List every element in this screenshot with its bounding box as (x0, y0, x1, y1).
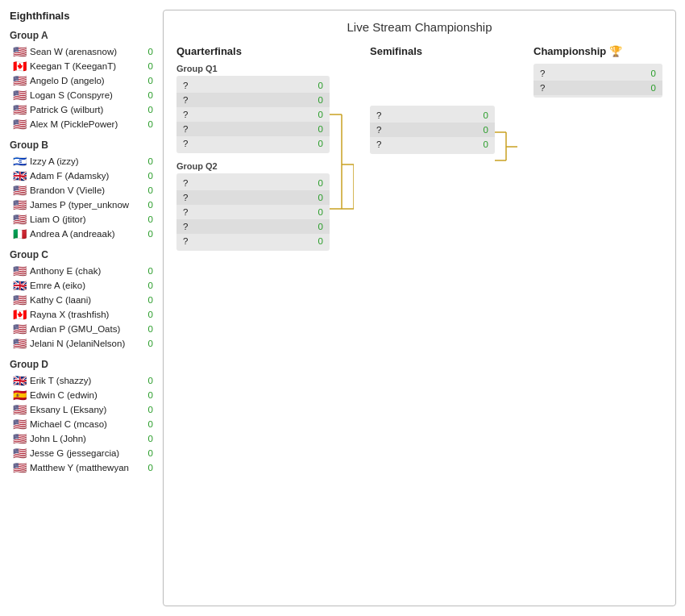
bracket-player-name: ? (183, 207, 188, 217)
player-score: 0 (143, 419, 153, 429)
player-name: 🇺🇸Angelo D (angelo) (13, 75, 105, 86)
sf-player-name: ? (376, 139, 381, 149)
flag-icon: 🇺🇸 (13, 89, 27, 101)
flag-icon: 🇺🇸 (13, 265, 27, 277)
player-score: 0 (143, 229, 153, 239)
player-name-text: Eksany L (Eksany) (30, 405, 106, 414)
player-name: 🇺🇸Michael C (mcaso) (13, 418, 107, 430)
bracket-player-name: ? (183, 110, 188, 119)
player-score: 0 (143, 214, 153, 224)
flag-icon: 🇮🇱 (13, 156, 27, 167)
player-name: 🇺🇸James P (typer_unknow (13, 199, 129, 210)
list-item: 🇺🇸James P (typer_unknow0 (10, 198, 156, 212)
bracket-panel: Live Stream Championship Quarterfinals G… (163, 10, 676, 606)
list-item: 🇬🇧Erik T (shazzy)0 (10, 373, 156, 388)
flag-icon: 🇮🇹 (13, 228, 27, 239)
player-name: 🇬🇧Emre A (eiko) (13, 280, 85, 291)
table-row: ?0 (370, 137, 495, 152)
flag-icon: 🇺🇸 (13, 104, 27, 115)
table-row: ?0 (533, 66, 662, 81)
player-name: 🇮🇹Andrea A (andreaak) (13, 228, 115, 239)
player-name-text: Izzy A (izzy) (30, 156, 79, 166)
flag-icon: 🇬🇧 (13, 375, 27, 386)
semifinals-title: Semifinals (370, 45, 495, 57)
sf-champ-lines (495, 60, 517, 302)
player-score: 0 (143, 61, 153, 71)
bracket-player-score: 0 (313, 124, 323, 134)
player-name: 🇮🇱Izzy A (izzy) (13, 156, 79, 167)
qf-sf-lines (330, 60, 354, 302)
flag-icon: 🇬🇧 (13, 280, 27, 291)
list-item: 🇬🇧Adam F (Adamsky)0 (10, 169, 156, 183)
list-item: 🇺🇸Matthew Y (matthewyan0 (10, 460, 156, 475)
qf-sf-connector (330, 45, 354, 259)
player-name-text: Andrea A (andreaak) (30, 229, 115, 239)
bracket-player-name: ? (183, 124, 188, 134)
player-name-text: Kathy C (laani) (30, 295, 91, 305)
player-name: 🇨🇦Keegan T (KeeganT) (13, 60, 116, 72)
list-item: 🇺🇸Patrick G (wilburt)0 (10, 102, 156, 117)
list-item: 🇪🇸Edwin C (edwin)0 (10, 388, 156, 402)
player-name-text: Matthew Y (matthewyan (30, 463, 129, 472)
player-score: 0 (143, 463, 153, 472)
list-item: 🇺🇸Angelo D (angelo)0 (10, 73, 156, 88)
flag-icon: 🇺🇸 (13, 46, 27, 57)
bracket-player-score: 0 (313, 222, 323, 231)
flag-icon: 🇨🇦 (13, 309, 27, 320)
table-row: ?0 (176, 234, 330, 248)
list-item: 🇺🇸Ardian P (GMU_Oats)0 (10, 322, 156, 336)
flag-icon: 🇺🇸 (13, 294, 27, 306)
bracket-player-name: ? (183, 139, 188, 148)
sf-champ-connector (495, 45, 517, 259)
player-score: 0 (143, 339, 153, 348)
tournament-title: Live Stream Championship (176, 20, 662, 34)
player-name-text: Jesse G (jessegarcia) (30, 448, 119, 458)
player-name: 🇪🇸Edwin C (edwin) (13, 389, 98, 401)
player-name-text: Angelo D (angelo) (30, 76, 105, 85)
group-label: Group D (10, 359, 156, 370)
table-row: ?0 (533, 81, 662, 95)
group-label: Group A (10, 30, 156, 41)
list-item: 🇺🇸Michael C (mcaso)0 (10, 417, 156, 431)
bracket-player-name: ? (183, 222, 188, 231)
sf-player-score: 0 (479, 110, 488, 120)
table-row: ?0 (176, 176, 330, 190)
player-name: 🇺🇸Patrick G (wilburt) (13, 104, 103, 115)
player-name-text: Brandon V (Vielle) (30, 185, 105, 195)
player-name-text: Patrick G (wilburt) (30, 105, 103, 114)
champ-player-name: ? (540, 69, 545, 78)
player-score: 0 (143, 119, 153, 129)
bracket-player-name: ? (183, 178, 188, 188)
flag-icon: 🇨🇦 (13, 60, 27, 72)
table-row: ?0 (176, 190, 330, 205)
bracket-area: Quarterfinals Group Q1?0?0?0?0?0Group Q2… (176, 45, 662, 259)
champ-player-score: 0 (646, 69, 656, 78)
player-name: 🇺🇸John L (John) (13, 433, 86, 444)
flag-icon: 🇺🇸 (13, 119, 27, 130)
player-score: 0 (143, 434, 153, 443)
player-score: 0 (143, 47, 153, 56)
player-name: 🇺🇸Anthony E (chak) (13, 265, 101, 277)
list-item: 🇺🇸Eksany L (Eksany)0 (10, 402, 156, 417)
player-name: 🇺🇸Matthew Y (matthewyan (13, 462, 129, 473)
champ-player-score: 0 (646, 83, 656, 93)
flag-icon: 🇺🇸 (13, 75, 27, 86)
list-item: 🇺🇸Sean W (arenasnow)0 (10, 44, 156, 59)
flag-icon: 🇺🇸 (13, 214, 27, 225)
flag-icon: 🇺🇸 (13, 447, 27, 459)
list-item: 🇮🇹Andrea A (andreaak)0 (10, 227, 156, 241)
player-name: 🇬🇧Adam F (Adamsky) (13, 170, 109, 181)
flag-icon: 🇺🇸 (13, 338, 27, 349)
bracket-player-score: 0 (313, 178, 323, 188)
player-name: 🇺🇸Jelani N (JelaniNelson) (13, 338, 125, 349)
list-item: 🇺🇸Alex M (PicklePower)0 (10, 117, 156, 131)
list-item: 🇺🇸Kathy C (laani)0 (10, 293, 156, 307)
list-item: 🇨🇦Rayna X (trashfish)0 (10, 307, 156, 322)
sf-player-name: ? (376, 110, 381, 120)
player-score: 0 (143, 448, 153, 458)
list-item: 🇺🇸Logan S (Conspyre)0 (10, 88, 156, 102)
bracket-player-score: 0 (313, 236, 323, 246)
group-label: Group B (10, 139, 156, 151)
list-item: 🇺🇸Liam O (jtitor)0 (10, 212, 156, 227)
flag-icon: 🇺🇸 (13, 462, 27, 473)
